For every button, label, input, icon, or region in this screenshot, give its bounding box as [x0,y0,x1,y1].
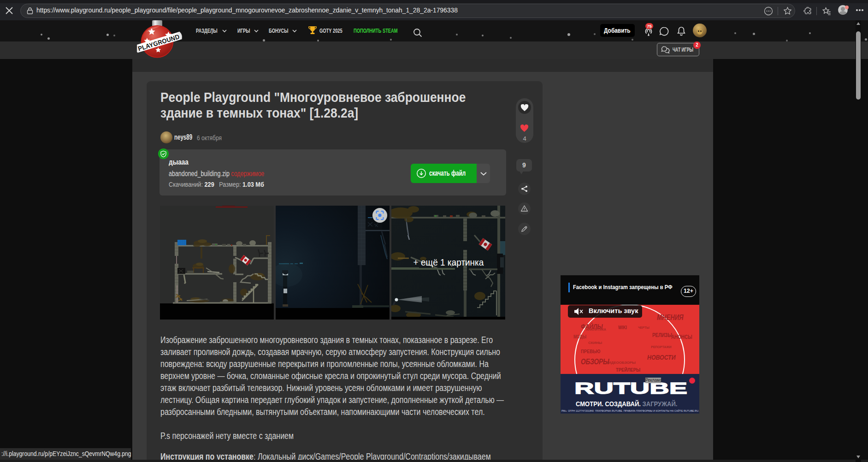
svg-text:+ ещё 1 картинка: + ещё 1 картинка [413,257,484,268]
